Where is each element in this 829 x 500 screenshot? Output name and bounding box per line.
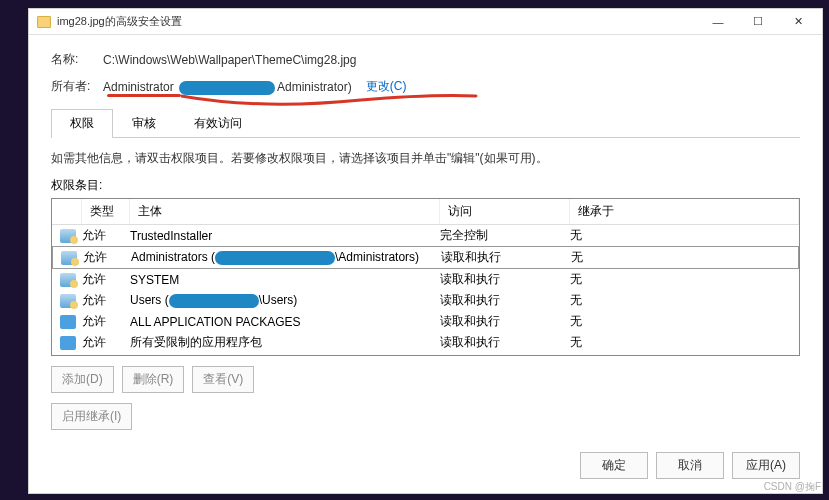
user-group-icon: [61, 251, 77, 265]
cell-type: 允许: [83, 249, 131, 266]
list-body: 允许TrustedInstaller完全控制无允许Administrators …: [52, 225, 799, 353]
cell-type: 允许: [82, 292, 130, 309]
user-group-icon: [60, 229, 76, 243]
cell-access: 读取和执行: [440, 313, 570, 330]
help-text: 如需其他信息，请双击权限项目。若要修改权限项目，请选择该项目并单击"编辑"(如果…: [51, 150, 800, 167]
col-type[interactable]: 类型: [82, 199, 130, 224]
redaction-box: [169, 294, 259, 308]
titlebar[interactable]: img28.jpg的高级安全设置 — ☐ ✕: [29, 9, 822, 35]
permission-row[interactable]: 允许所有受限制的应用程序包读取和执行无: [52, 332, 799, 353]
inherit-buttons: 启用继承(I): [51, 403, 800, 430]
permission-row[interactable]: 允许SYSTEM读取和执行无: [52, 269, 799, 290]
permission-row[interactable]: 允许Users (\Users)读取和执行无: [52, 290, 799, 311]
name-value: C:\Windows\Web\Wallpaper\ThemeC\img28.jp…: [103, 53, 356, 67]
cell-inherit: 无: [570, 271, 799, 288]
permission-row[interactable]: 允许ALL APPLICATION PACKAGES读取和执行无: [52, 311, 799, 332]
name-row: 名称: C:\Windows\Web\Wallpaper\ThemeC\img2…: [51, 51, 800, 68]
col-principal[interactable]: 主体: [130, 199, 440, 224]
cell-access: 读取和执行: [440, 334, 570, 351]
cancel-button[interactable]: 取消: [656, 452, 724, 479]
window-title: img28.jpg的高级安全设置: [57, 14, 698, 29]
cell-type: 允许: [82, 313, 130, 330]
package-icon: [60, 336, 76, 350]
permission-row[interactable]: 允许Administrators (\Administrators)读取和执行无: [52, 246, 799, 269]
cell-access: 读取和执行: [441, 249, 571, 266]
cell-type: 允许: [82, 334, 130, 351]
list-header: 类型 主体 访问 继承于: [52, 199, 799, 225]
cell-type: 允许: [82, 227, 130, 244]
minimize-button[interactable]: —: [698, 9, 738, 35]
cell-principal: SYSTEM: [130, 273, 440, 287]
window-controls: — ☐ ✕: [698, 9, 818, 35]
close-button[interactable]: ✕: [778, 9, 818, 35]
tab-2[interactable]: 有效访问: [175, 109, 261, 137]
permission-list[interactable]: 类型 主体 访问 继承于 允许TrustedInstaller完全控制无允许Ad…: [51, 198, 800, 356]
cell-access: 完全控制: [440, 227, 570, 244]
cell-principal: Users (\Users): [130, 293, 440, 308]
permission-row[interactable]: 允许TrustedInstaller完全控制无: [52, 225, 799, 246]
package-icon: [60, 315, 76, 329]
cell-inherit: 无: [570, 313, 799, 330]
tab-strip: 权限审核有效访问: [51, 109, 800, 138]
tab-1[interactable]: 审核: [113, 109, 175, 137]
annotation-redline: [107, 94, 181, 97]
cell-type: 允许: [82, 271, 130, 288]
view-button[interactable]: 查看(V): [192, 366, 254, 393]
cell-access: 读取和执行: [440, 271, 570, 288]
content-area: 名称: C:\Windows\Web\Wallpaper\ThemeC\img2…: [29, 35, 822, 442]
dialog-footer: 确定 取消 应用(A): [29, 442, 822, 493]
permission-list-label: 权限条目:: [51, 177, 800, 194]
cell-principal: TrustedInstaller: [130, 229, 440, 243]
folder-icon: [37, 16, 51, 28]
col-icon: [52, 199, 82, 224]
cell-principal: ALL APPLICATION PACKAGES: [130, 315, 440, 329]
list-action-buttons: 添加(D) 删除(R) 查看(V): [51, 366, 800, 393]
security-settings-window: img28.jpg的高级安全设置 — ☐ ✕ 名称: C:\Windows\We…: [28, 8, 823, 494]
cell-access: 读取和执行: [440, 292, 570, 309]
maximize-button[interactable]: ☐: [738, 9, 778, 35]
remove-button[interactable]: 删除(R): [122, 366, 185, 393]
cell-inherit: 无: [570, 292, 799, 309]
apply-button[interactable]: 应用(A): [732, 452, 800, 479]
user-group-icon: [60, 294, 76, 308]
owner-row: 所有者: Administrator Administrator) 更改(C): [51, 78, 800, 95]
cell-inherit: 无: [570, 227, 799, 244]
tab-0[interactable]: 权限: [51, 109, 113, 138]
owner-label: 所有者:: [51, 78, 103, 95]
enable-inheritance-button[interactable]: 启用继承(I): [51, 403, 132, 430]
add-button[interactable]: 添加(D): [51, 366, 114, 393]
user-group-icon: [60, 273, 76, 287]
cell-inherit: 无: [570, 334, 799, 351]
col-inherit[interactable]: 继承于: [570, 199, 799, 224]
ok-button[interactable]: 确定: [580, 452, 648, 479]
cell-principal: 所有受限制的应用程序包: [130, 334, 440, 351]
annotation-curve: [181, 92, 481, 110]
col-access[interactable]: 访问: [440, 199, 570, 224]
redaction-box: [215, 251, 335, 265]
name-label: 名称:: [51, 51, 103, 68]
owner-pre: Administrator: [103, 80, 174, 94]
cell-principal: Administrators (\Administrators): [131, 250, 441, 265]
cell-inherit: 无: [571, 249, 798, 266]
